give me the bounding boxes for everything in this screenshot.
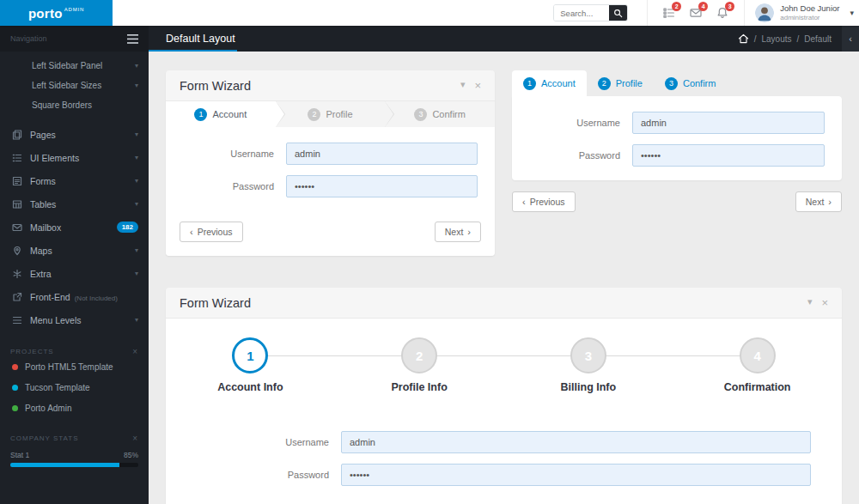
breadcrumb-default[interactable]: Default (804, 34, 832, 44)
alerts-menu-button[interactable]: 3 (712, 3, 733, 23)
main-content: Form Wizard ▾ × 1 Account 2 Profile 3 Co… (149, 52, 859, 504)
brand-logo[interactable]: porto ADMIN (0, 0, 113, 26)
step-confirm[interactable]: 3 Confirm (385, 101, 495, 127)
chevron-down-icon: ▾ (135, 131, 138, 138)
username-label: Username (183, 149, 286, 159)
user-name: John Doe Junior (780, 4, 839, 14)
chevron-down-icon: ▾ (135, 177, 138, 185)
tab-profile[interactable]: 2 Profile (587, 70, 654, 96)
sidebar-item-forms[interactable]: Forms ▾ (0, 169, 149, 192)
chevron-down-icon: ▾ (135, 270, 138, 277)
user-avatar (755, 3, 774, 22)
search-box (553, 4, 628, 21)
panel-close-icon[interactable]: × (474, 80, 481, 91)
previous-button[interactable]: ‹ Previous (512, 191, 576, 212)
mailbox-count-badge: 182 (117, 222, 138, 233)
wizard-steps: 1 Account 2 Profile 3 Confirm (166, 101, 495, 127)
panel-title: Form Wizard (180, 296, 251, 310)
sidebar-item-menu-levels[interactable]: Menu Levels ▾ (0, 308, 149, 331)
brand-name: porto (28, 6, 63, 21)
project-dot (12, 405, 18, 411)
user-menu[interactable]: John Doe Junior administrator (745, 3, 850, 22)
chevron-right-icon: › (828, 197, 832, 207)
username-label: Username (529, 118, 632, 128)
table-icon (12, 199, 22, 209)
step-billing-info[interactable]: 3 Billing Info (504, 337, 673, 393)
form-icon (12, 176, 22, 186)
username-field[interactable] (286, 143, 478, 165)
projects-section-title: PROJECTS (10, 348, 54, 355)
stat-progress-track (10, 463, 138, 467)
password-label: Password (183, 181, 286, 191)
tab-account[interactable]: 1 Account (512, 70, 587, 96)
chevron-left-icon: ‹ (849, 33, 852, 44)
sidebar-item-mailbox[interactable]: Mailbox 182 (0, 216, 149, 239)
wizard-circle-steps: 1 Account Info 2 Profile Info 3 Billing … (166, 319, 842, 407)
tabbed-wizard-panel: 1 Account 2 Profile 3 Confirm Username P… (512, 70, 842, 212)
username-label: Username (197, 437, 341, 447)
project-item-porto-html5[interactable]: Porto HTML5 Template (10, 356, 138, 377)
password-label: Password (197, 470, 341, 480)
sidebar-toggle-button[interactable] (127, 34, 138, 44)
tab-confirm[interactable]: 3 Confirm (654, 70, 728, 96)
panel-title: Form Wizard (180, 79, 251, 93)
sidebar-item-pages[interactable]: Pages ▾ (0, 123, 149, 146)
sidebar-item-ui-elements[interactable]: UI Elements ▾ (0, 146, 149, 169)
password-field[interactable] (632, 144, 825, 167)
project-item-porto-admin[interactable]: Porto Admin (10, 398, 138, 418)
projects-close-icon[interactable]: × (132, 347, 138, 356)
sidebar-item-tables[interactable]: Tables ▾ (0, 192, 149, 216)
chevron-down-icon: ▾ (135, 62, 138, 70)
messages-menu-button[interactable]: 4 (685, 3, 706, 23)
hamburger-icon (127, 34, 138, 44)
user-caret-down-icon[interactable]: ▾ (850, 9, 859, 17)
next-button[interactable]: Next › (795, 191, 842, 212)
list-icon (12, 153, 22, 163)
password-field[interactable] (286, 175, 478, 197)
sidebar-item-left-sidebar-panel[interactable]: Left Sidebar Panel ▾ (0, 56, 149, 76)
step-confirmation[interactable]: 4 Confirmation (673, 337, 842, 393)
search-button[interactable] (609, 5, 627, 21)
step-profile-info[interactable]: 2 Profile Info (335, 337, 504, 393)
panel-collapse-icon[interactable]: ▾ (460, 80, 466, 91)
password-field[interactable] (341, 464, 811, 486)
panel-collapse-icon[interactable]: ▾ (807, 297, 813, 308)
step-profile[interactable]: 2 Profile (276, 101, 386, 127)
sidebar-item-maps[interactable]: Maps ▾ (0, 239, 149, 262)
stat-label: Stat 1 (10, 451, 29, 459)
company-stats-close-icon[interactable]: × (132, 434, 138, 443)
username-field[interactable] (632, 112, 825, 134)
title-accent-bar (149, 50, 237, 52)
chevron-down-icon: ▾ (135, 246, 138, 254)
next-button[interactable]: Next › (435, 222, 481, 242)
step-account-info[interactable]: 1 Account Info (166, 337, 335, 393)
chevron-down-icon: ▾ (135, 316, 138, 324)
search-input[interactable] (554, 5, 609, 21)
chevron-down-icon: ▾ (135, 200, 138, 208)
chevron-left-icon: ‹ (522, 197, 526, 207)
panel-close-icon[interactable]: × (821, 297, 828, 308)
sidebar-item-extra[interactable]: Extra ▾ (0, 262, 149, 285)
company-stats-section: COMPANY STATS × Stat 1 85% (0, 434, 149, 467)
tasks-menu-button[interactable]: 2 (659, 3, 679, 23)
breadcrumb-layouts[interactable]: Layouts (762, 34, 792, 44)
sidebar-section-label: Navigation (10, 34, 47, 43)
step-account[interactable]: 1 Account (166, 101, 276, 127)
sidebar-item-left-sidebar-sizes[interactable]: Left Sidebar Sizes ▾ (0, 76, 149, 95)
previous-button[interactable]: ‹ Previous (180, 222, 243, 242)
sidebar-item-square-borders[interactable]: Square Borders (0, 95, 149, 115)
map-pin-icon (12, 246, 22, 256)
chevron-right-icon: › (467, 228, 471, 237)
project-item-tucson[interactable]: Tucson Template (10, 377, 138, 398)
sidebar-item-front-end[interactable]: Front-End(Not Included) (0, 285, 149, 308)
stat-value: 85% (124, 451, 138, 459)
username-field[interactable] (341, 431, 811, 453)
stat-progress-fill (10, 463, 119, 467)
sidebar-right-toggle-button[interactable]: ‹ (842, 26, 859, 52)
home-icon[interactable] (738, 33, 749, 44)
projects-section: PROJECTS × Porto HTML5 Template Tucson T… (0, 347, 149, 418)
messages-count-badge: 4 (698, 2, 708, 11)
alerts-count-badge: 3 (725, 2, 734, 11)
page-header: Default Layout / Layouts / Default ‹ (149, 26, 859, 52)
password-label: Password (529, 150, 632, 161)
